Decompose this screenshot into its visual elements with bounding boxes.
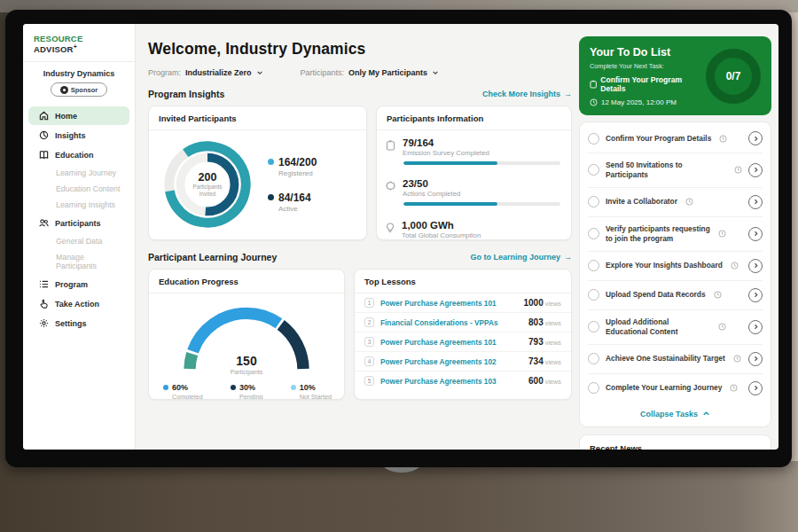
task-checkbox[interactable] bbox=[588, 164, 599, 176]
lesson-row: 1 Power Purchase Agreements 101 1000view… bbox=[355, 293, 571, 313]
sidebar-item-take-action[interactable]: Take Action bbox=[28, 294, 129, 313]
sidebar-item-participants[interactable]: Participants bbox=[28, 214, 129, 232]
sidebar-item-insights[interactable]: Insights bbox=[28, 126, 129, 145]
task-checkbox[interactable] bbox=[588, 382, 599, 394]
learning-journey-heading: Participant Learning Journey bbox=[148, 252, 277, 262]
rank-badge: 4 bbox=[364, 356, 374, 366]
todo-datetime: 12 May 2025, 12:00 PM bbox=[590, 98, 700, 106]
task-checkbox[interactable] bbox=[588, 196, 599, 207]
check-badge-icon bbox=[386, 181, 395, 191]
task-row[interactable]: Confirm Your Program Details bbox=[588, 124, 763, 153]
todo-task-list: Confirm Your Program Details Send 50 Inv… bbox=[579, 121, 771, 427]
sidebar-item-program[interactable]: Program bbox=[28, 275, 129, 293]
education-gauge-chart: 150 Participants bbox=[176, 301, 317, 377]
task-row[interactable]: Achieve One Sustainability Target bbox=[588, 345, 763, 374]
task-checkbox[interactable] bbox=[588, 289, 599, 301]
todo-header-card: Your To Do List Complete Your Next Task:… bbox=[579, 36, 771, 115]
pending-dot bbox=[231, 385, 236, 390]
sidebar-item-general-data[interactable]: General Data bbox=[28, 233, 129, 249]
sidebar-item-education-content[interactable]: Education Content bbox=[28, 181, 129, 197]
task-open-button[interactable] bbox=[748, 259, 763, 273]
clock-icon bbox=[733, 355, 741, 363]
sidebar-item-manage-participants[interactable]: Manage Participants bbox=[28, 249, 129, 274]
task-open-button[interactable] bbox=[748, 163, 763, 177]
chevron-right-icon bbox=[753, 231, 759, 237]
sidebar-item-home[interactable]: Home bbox=[28, 106, 129, 125]
lesson-row: 5 Power Purchase Agreements 103 600views bbox=[355, 372, 571, 390]
lesson-link[interactable]: Power Purchase Agreements 103 bbox=[380, 377, 522, 386]
task-open-button[interactable] bbox=[748, 352, 763, 366]
task-row[interactable]: Upload Spend Data Records bbox=[588, 281, 763, 310]
chevron-right-icon bbox=[753, 262, 759, 269]
chevron-right-icon bbox=[753, 356, 759, 362]
not-started-dot bbox=[291, 385, 296, 390]
legend-registered: 164/200 Registered bbox=[268, 156, 317, 177]
task-row[interactable]: Explore Your Insights Dashboard bbox=[588, 252, 763, 281]
rank-badge: 2 bbox=[364, 317, 374, 327]
legend-pending: 30% Pending bbox=[231, 383, 262, 400]
task-open-button[interactable] bbox=[748, 227, 763, 241]
task-open-button[interactable] bbox=[748, 381, 763, 395]
list-icon bbox=[39, 279, 49, 289]
lesson-row: 2 Financial Considerations - VPPAs 803vi… bbox=[355, 313, 571, 332]
participants-information-card: Participants Information 79/164 Emission… bbox=[376, 106, 572, 240]
account-name: Industry Dynamics bbox=[23, 62, 135, 78]
task-checkbox[interactable] bbox=[588, 260, 599, 271]
task-open-button[interactable] bbox=[748, 288, 763, 302]
arrow-right-icon: → bbox=[564, 90, 572, 98]
completed-dot bbox=[163, 385, 168, 390]
gear-icon bbox=[39, 318, 49, 328]
gauge-total-label: Participants bbox=[176, 369, 317, 375]
book-icon bbox=[39, 150, 49, 160]
clock-icon bbox=[731, 262, 739, 270]
bulb-icon bbox=[386, 223, 395, 233]
todo-progress-count: 0/7 bbox=[726, 70, 741, 82]
sidebar-item-education[interactable]: Education bbox=[28, 145, 129, 164]
invited-participants-card: Invited Participants 200 Partic bbox=[148, 106, 367, 240]
check-more-insights-link[interactable]: Check More Insights → bbox=[482, 90, 572, 98]
chevron-right-icon bbox=[753, 292, 759, 298]
task-open-button[interactable] bbox=[748, 195, 763, 209]
rank-badge: 3 bbox=[364, 337, 374, 347]
go-to-learning-journey-link[interactable]: Go to Learning Journey → bbox=[470, 253, 572, 262]
clock-icon bbox=[714, 291, 722, 299]
sidebar-item-settings[interactable]: Settings bbox=[28, 314, 129, 332]
chevron-down-icon bbox=[256, 69, 263, 76]
invited-donut-chart: 200 Participants Invited bbox=[160, 137, 255, 232]
recent-news-heading: Recent News bbox=[580, 435, 771, 450]
consumption-stat: 1,000 GWh Total Global Consumption bbox=[377, 213, 571, 239]
lesson-link[interactable]: Power Purchase Agreements 101 bbox=[380, 338, 522, 347]
participants-filter[interactable]: Participants: Only My Participants bbox=[301, 68, 440, 77]
lesson-link[interactable]: Financial Considerations - VPPAs bbox=[380, 318, 522, 327]
sidebar-item-learning-insights[interactable]: Learning Insights bbox=[28, 197, 129, 213]
task-checkbox[interactable] bbox=[588, 353, 599, 364]
sidebar: RESOURCE ADVISOR+ Industry Dynamics Spon… bbox=[23, 24, 136, 450]
task-open-button[interactable] bbox=[748, 131, 763, 145]
sponsor-icon bbox=[60, 86, 68, 94]
task-row[interactable]: Upload Additional Educational Content bbox=[588, 310, 763, 345]
clipboard-check-icon bbox=[590, 80, 597, 89]
sidebar-item-learning-journey[interactable]: Learning Journey bbox=[28, 165, 129, 181]
chevron-up-icon bbox=[702, 410, 710, 418]
task-row[interactable]: Send 50 Invitations to Participants bbox=[588, 153, 763, 188]
task-row[interactable]: Verify participants requesting to join t… bbox=[588, 217, 763, 252]
task-open-button[interactable] bbox=[748, 320, 763, 334]
card-title: Participants Information bbox=[377, 106, 571, 130]
main-content: Welcome, Industry Dynamics Program: Indu… bbox=[136, 24, 778, 450]
lesson-link[interactable]: Power Purchase Agreements 102 bbox=[380, 357, 522, 366]
emission-survey-progressbar bbox=[403, 161, 560, 165]
todo-progress-ring: 0/7 bbox=[706, 49, 761, 104]
todo-title: Your To Do List bbox=[590, 46, 700, 59]
lesson-link[interactable]: Power Purchase Agreements 101 bbox=[380, 299, 518, 308]
collapse-tasks-link[interactable]: Collapse Tasks bbox=[588, 403, 763, 423]
task-checkbox[interactable] bbox=[588, 228, 599, 239]
task-row[interactable]: Invite a Collaborator bbox=[588, 188, 763, 217]
gauge-total: 150 bbox=[176, 354, 317, 368]
card-title: Top Lessons bbox=[355, 270, 571, 293]
task-checkbox[interactable] bbox=[588, 321, 599, 332]
program-filter[interactable]: Program: Industrialize Zero bbox=[148, 68, 263, 77]
task-checkbox[interactable] bbox=[588, 133, 599, 145]
chevron-right-icon bbox=[753, 136, 759, 142]
task-row[interactable]: Complete Your Learning Journey bbox=[588, 374, 763, 403]
logo-advisor: ADVISOR+ bbox=[34, 44, 77, 54]
